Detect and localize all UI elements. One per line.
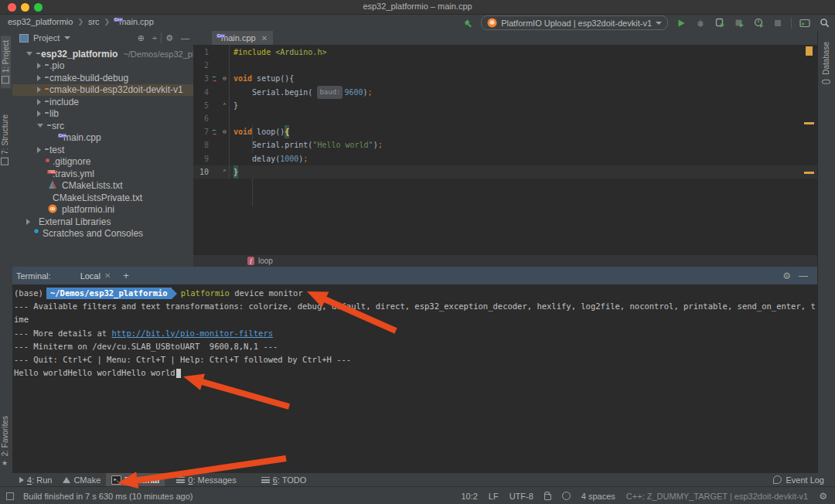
platformio-status-icon[interactable] [562, 492, 571, 500]
line-ending[interactable]: LF [489, 492, 499, 501]
fold-end-icon[interactable]: ⌃ [220, 99, 229, 112]
build-hammer-icon[interactable] [462, 17, 474, 29]
gear-icon[interactable]: ⚙ [782, 271, 791, 281]
sidebar-item-project[interactable]: 1: Project [1, 36, 11, 88]
prompt-arrow [172, 288, 177, 299]
chevron-down-icon[interactable] [64, 36, 70, 39]
breadcrumb-function[interactable]: loop [258, 257, 273, 265]
file-encoding[interactable]: UTF-8 [510, 492, 533, 501]
matched-brace: { [285, 125, 289, 138]
run-toolwindow-icon[interactable] [799, 17, 811, 29]
favorites-stripe-label: 2: Favorites [1, 416, 9, 456]
goto-related-icon[interactable]: ←→ [213, 129, 216, 136]
error-stripe-warning-mark[interactable] [804, 172, 814, 174]
close-tab-icon[interactable]: ✕ [104, 271, 111, 280]
collapse-all-icon[interactable]: ÷ [152, 34, 157, 43]
breadcrumb-src[interactable]: src [88, 17, 100, 26]
gear-icon[interactable]: ⚙ [165, 34, 173, 43]
close-tab-icon[interactable]: ✕ [261, 34, 268, 43]
profiler-clock-button[interactable] [752, 17, 765, 29]
tree-row[interactable]: External Libraries [12, 216, 193, 228]
database-stripe-label: Database [822, 42, 830, 75]
locate-file-icon[interactable]: ⊕ [138, 34, 145, 43]
hide-panel-icon[interactable]: — [799, 271, 808, 281]
toolwindow-button-todo[interactable]: 6: TODO [256, 473, 312, 486]
toolwindow-toggle-icon[interactable] [6, 492, 14, 500]
error-stripe-warning-mark[interactable] [806, 46, 813, 56]
tree-row[interactable]: CMakeListsPrivate.txt [12, 192, 193, 204]
gear-icon[interactable]: ⚙ [819, 491, 827, 502]
terminal-line: Hello worldHello worldHello world [14, 366, 819, 380]
run-button[interactable] [675, 17, 687, 29]
sidebar-item-structure[interactable]: 7: Structure [1, 114, 9, 165]
status-message[interactable]: Build finished in 7 s 630 ms (10 minutes… [23, 492, 193, 501]
unlock-icon[interactable] [544, 494, 551, 500]
code-token: loop() [252, 125, 285, 138]
tree-row[interactable]: .pio [12, 60, 193, 73]
terminal-tab-local[interactable]: Local ✕ [80, 271, 111, 281]
toolwindow-button-terminal[interactable]: ▸_ Terminal [106, 473, 165, 486]
hide-panel-icon[interactable]: — [181, 34, 189, 43]
titlebar: esp32_platformio – main.cpp [0, 0, 835, 15]
code-token: Serial.begin( [233, 86, 317, 99]
project-view-icon [19, 34, 29, 43]
breadcrumb-file[interactable]: main.cpp [119, 17, 154, 26]
indent-setting[interactable]: 4 spaces [581, 492, 615, 501]
breadcrumb-project[interactable]: esp32_platformio [8, 17, 73, 26]
monitor-filters-link[interactable]: http://bit.ly/pio-monitor-filters [111, 327, 273, 340]
debug-button[interactable] [694, 17, 707, 29]
tree-row[interactable]: lib [12, 108, 193, 121]
fold-icon[interactable]: ⊖ [220, 72, 229, 85]
toolbar-separator [161, 32, 162, 43]
cmake-file-icon [48, 180, 57, 192]
toolwindow-button-cmake[interactable]: CMake [57, 473, 106, 486]
fold-end-icon[interactable]: ⌃ [220, 165, 229, 179]
run-with-coverage-button[interactable] [714, 17, 726, 29]
toolwindow-button-run[interactable]: 4: Run [14, 473, 57, 486]
tree-row[interactable]: .gitignore [12, 156, 193, 169]
toolwindow-button-messages[interactable]: 0: Messages [171, 473, 241, 486]
tree-row-selected[interactable]: cmake-build-esp32doit-devkit-v1 [12, 84, 193, 97]
event-log-button[interactable]: Event Log [773, 475, 835, 485]
goto-related-icon[interactable]: ←→ [213, 76, 216, 83]
tab-main-cpp[interactable]: main.cpp ✕ [212, 31, 273, 45]
tree-row[interactable]: CMakeLists.txt [12, 180, 193, 192]
new-terminal-button[interactable]: + [123, 270, 129, 281]
right-tool-stripe: Database [817, 31, 835, 474]
tree-row[interactable]: src [12, 120, 193, 132]
function-icon: f [247, 257, 254, 265]
prompt-path-badge: ~/Demos/esp32_platformio [46, 288, 172, 299]
tree-row[interactable]: test [12, 144, 193, 156]
search-everywhere-icon[interactable] [818, 17, 830, 29]
code-editor[interactable]: 1 #include <Arduino.h> 2 3←→⊖ void setup… [193, 46, 817, 255]
tree-row[interactable]: main.cpp [12, 132, 193, 145]
fold-icon[interactable]: ⊖ [220, 125, 229, 138]
error-stripe-warning-mark[interactable] [804, 122, 814, 124]
code-token: <Arduino.h> [271, 46, 326, 59]
platformio-icon [487, 18, 497, 28]
caret-position[interactable]: 10:2 [461, 492, 477, 501]
run-configuration-select[interactable]: PlatformIO Upload | esp32doit-devkit-v1 [481, 15, 668, 30]
terminal-title: Terminal: [16, 271, 51, 281]
project-path: ~/Demos/esp32_platform [123, 49, 193, 59]
terminal-output[interactable]: (base) ~/Demos/esp32_platformio platform… [12, 284, 819, 473]
editor-tab-bar: main.cpp ✕ [193, 31, 817, 46]
tree-row[interactable]: .travis.yml [12, 168, 193, 180]
sidebar-item-database[interactable]: Database [822, 42, 830, 84]
messages-icon [176, 477, 185, 483]
tree-row[interactable]: Scratches and Consoles [12, 228, 193, 240]
tree-row[interactable]: include [12, 96, 193, 108]
chevron-collapsed-icon [37, 111, 41, 117]
code-token: "Hello world" [312, 138, 373, 152]
terminal-panel: Terminal: Local ✕ + ⚙ — (base) ~/Demos/e… [12, 267, 817, 473]
resolve-context[interactable]: C++: Z_DUMMY_TARGET | esp32doit-devkit-v… [626, 492, 808, 501]
tree-row[interactable]: cmake-build-debug [12, 72, 193, 84]
chevron-collapsed-icon [37, 75, 41, 81]
stop-button[interactable] [772, 17, 784, 29]
sidebar-item-favorites[interactable]: ★ 2: Favorites [1, 416, 9, 467]
project-panel-title[interactable]: Project [33, 33, 60, 43]
tree-row-root[interactable]: esp32_platformio ~/Demos/esp32_platform [12, 48, 193, 60]
tree-row[interactable]: platformio.ini [12, 204, 193, 216]
profile-button[interactable] [733, 17, 745, 29]
star-icon: ★ [2, 459, 9, 467]
